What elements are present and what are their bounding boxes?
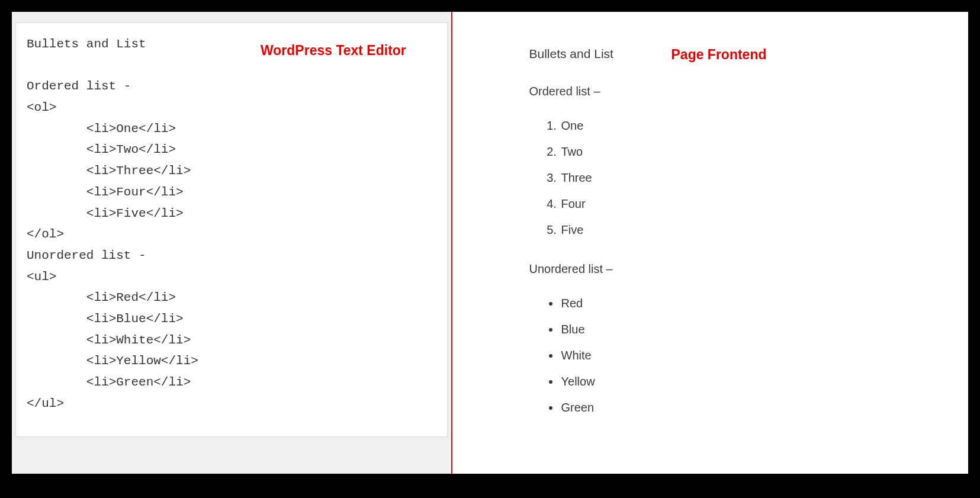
list-item: Three	[560, 169, 969, 187]
ordered-list: One Two Three Four Five	[560, 117, 969, 239]
ordered-heading-code: Ordered list -	[27, 79, 131, 93]
ol-item-code: <li>One</li>	[86, 122, 176, 136]
list-item: Green	[560, 399, 969, 416]
ul-item-code: <li>White</li>	[86, 333, 191, 347]
ordered-list-heading: Ordered list –	[529, 82, 969, 100]
list-item: Yellow	[560, 372, 969, 390]
ul-close-tag: </ul>	[27, 397, 64, 410]
ol-item-code: <li>Two</li>	[86, 143, 176, 156]
editor-label: WordPress Text Editor	[261, 43, 406, 59]
ol-item-code: <li>Five</li>	[86, 207, 184, 220]
ul-item-code: <li>Red</li>	[86, 291, 176, 304]
ol-open-tag: <ol>	[27, 101, 56, 114]
unordered-heading-code: Unordered list -	[27, 249, 146, 262]
list-item: Two	[560, 143, 969, 160]
ol-item-code: <li>Four</li>	[86, 185, 184, 199]
unordered-list-heading: Unordered list –	[529, 260, 969, 278]
frontend-panel: Page Frontend Bullets and List Ordered l…	[452, 12, 969, 474]
list-item: Five	[560, 221, 969, 239]
ul-item-code: <li>Blue</li>	[86, 312, 184, 326]
frontend-label: Page Frontend	[671, 44, 767, 65]
code-editor[interactable]: Bullets and List Ordered list - <ol> <li…	[15, 23, 448, 437]
ul-open-tag: <ul>	[27, 270, 56, 284]
list-item: White	[560, 346, 969, 364]
ul-item-code: <li>Green</li>	[86, 375, 191, 389]
list-item: Blue	[560, 320, 969, 338]
list-item: Four	[560, 195, 969, 213]
editor-panel: WordPress Text Editor Bullets and List O…	[12, 12, 451, 474]
unordered-list: Red Blue White Yellow Green	[560, 294, 969, 416]
ol-item-code: <li>Three</li>	[86, 164, 191, 178]
list-item: One	[560, 117, 969, 134]
ol-close-tag: </ol>	[27, 227, 64, 241]
list-item: Red	[560, 294, 969, 312]
comparison-container: WordPress Text Editor Bullets and List O…	[12, 12, 968, 474]
ul-item-code: <li>Yellow</li>	[86, 354, 198, 368]
editor-title: Bullets and List	[27, 37, 146, 51]
